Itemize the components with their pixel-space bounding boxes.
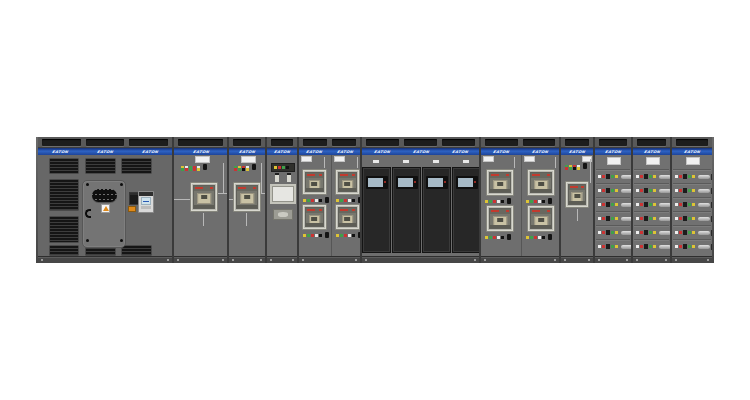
breaker-bottom-strip xyxy=(490,225,510,228)
cabinet-door[interactable] xyxy=(362,167,391,253)
hmi-screen[interactable] xyxy=(428,178,443,187)
circuit-breaker[interactable] xyxy=(302,169,327,195)
circuit-breaker[interactable] xyxy=(527,205,555,232)
cabinet-door[interactable] xyxy=(82,180,126,248)
breaker-bottom-strip xyxy=(306,223,323,226)
hmi-screen[interactable] xyxy=(368,178,383,187)
indicator-led-white xyxy=(315,199,318,202)
indicator-led-red xyxy=(193,168,196,171)
roof-panel xyxy=(637,139,666,146)
feeder-unit xyxy=(596,183,630,197)
breaker-handle[interactable] xyxy=(698,217,710,221)
indicator-led-white xyxy=(348,199,351,202)
roof-panel xyxy=(366,139,399,146)
control-toggle[interactable] xyxy=(325,197,329,203)
breaker-handle[interactable] xyxy=(621,231,631,235)
control-toggle[interactable] xyxy=(325,232,329,238)
door-bolt xyxy=(86,183,89,186)
feeder-unit xyxy=(673,183,711,197)
cabinet-front xyxy=(481,155,559,256)
breaker-handle[interactable] xyxy=(621,245,631,249)
circuit-breaker[interactable] xyxy=(190,182,218,212)
roof-panel xyxy=(129,139,168,146)
breaker-sub-column xyxy=(521,155,559,256)
circuit-breaker[interactable] xyxy=(233,182,261,212)
power-meter[interactable] xyxy=(138,191,154,213)
indicator-led-red xyxy=(602,175,605,178)
indicator-led-yellow xyxy=(615,203,618,206)
cabinet-door[interactable] xyxy=(452,167,479,253)
indicator-led-red xyxy=(534,236,537,239)
control-toggle[interactable] xyxy=(583,163,587,169)
circuit-breaker[interactable] xyxy=(302,204,327,230)
base-kickplate xyxy=(229,256,265,263)
breaker-handle[interactable] xyxy=(698,203,710,207)
control-toggle[interactable] xyxy=(203,164,207,170)
door-handle-icon[interactable] xyxy=(85,209,91,218)
breaker-module xyxy=(644,244,648,249)
indicator-led-green xyxy=(489,236,492,239)
breaker-handle[interactable] xyxy=(698,231,710,235)
unit-tag xyxy=(636,203,639,206)
breaker-handle[interactable] xyxy=(659,203,670,207)
indicator-led-yellow xyxy=(692,245,695,248)
circuit-breaker[interactable] xyxy=(565,181,589,208)
breaker-bottom-strip xyxy=(339,223,356,226)
feeder-breaker-group-2: EATONEATON xyxy=(479,137,559,263)
pt-drawer[interactable] xyxy=(270,184,296,204)
breaker-handle[interactable] xyxy=(659,245,670,249)
breaker-bottom-strip xyxy=(237,205,257,208)
hmi-screen[interactable] xyxy=(398,178,413,187)
control-toggle[interactable] xyxy=(507,234,511,240)
breaker-handle[interactable] xyxy=(621,189,631,193)
indicator-led-green xyxy=(569,167,572,170)
control-toggle[interactable] xyxy=(507,198,511,204)
indicator-led-red xyxy=(234,168,237,171)
indicator-led-red xyxy=(602,231,605,234)
circuit-breaker[interactable] xyxy=(486,169,514,196)
indicator-led-row xyxy=(181,168,200,171)
control-toggle[interactable] xyxy=(548,198,552,204)
circuit-breaker[interactable] xyxy=(335,204,360,230)
brand-band: EATONEATON xyxy=(481,148,559,155)
breaker-handle[interactable] xyxy=(659,189,670,193)
ventilation-louver xyxy=(85,158,116,174)
breaker-handle[interactable] xyxy=(698,189,710,193)
roof-panel xyxy=(676,139,708,146)
hmi-screen[interactable] xyxy=(458,178,473,187)
metering-pt-bay: EATON xyxy=(265,137,297,263)
control-toggle[interactable] xyxy=(548,234,552,240)
mimic-line xyxy=(324,157,325,168)
indicator-led-yellow xyxy=(274,166,277,169)
brand-band: EATON xyxy=(561,148,593,155)
roof-panel xyxy=(485,139,518,146)
breaker-red-marking xyxy=(532,174,540,176)
breaker-handle[interactable] xyxy=(659,217,670,221)
breaker-handle[interactable] xyxy=(621,203,631,207)
breaker-handle[interactable] xyxy=(621,217,631,221)
indicator-led-yellow xyxy=(692,203,695,206)
circuit-breaker[interactable] xyxy=(335,169,360,195)
unit-tag xyxy=(598,175,601,178)
brand-band: EATON xyxy=(229,148,265,155)
indicator-led-white xyxy=(538,200,541,203)
breaker-handle[interactable] xyxy=(698,175,710,179)
breaker-handle[interactable] xyxy=(698,245,710,249)
control-toggle[interactable] xyxy=(252,164,256,170)
meter-display xyxy=(141,197,151,205)
cabinet-door[interactable] xyxy=(422,167,451,253)
indicator-led-red xyxy=(311,199,314,202)
indicator-led-row xyxy=(274,166,289,169)
circuit-breaker[interactable] xyxy=(527,169,555,196)
cabinet-door[interactable] xyxy=(392,167,421,253)
circuit-breaker[interactable] xyxy=(486,205,514,232)
indicator-led-black xyxy=(319,234,322,237)
breaker-handle[interactable] xyxy=(659,175,670,179)
roof-trim xyxy=(481,137,559,148)
breaker-handle[interactable] xyxy=(659,231,670,235)
breaker-red-marking xyxy=(210,187,213,189)
breaker-rating-label xyxy=(197,193,211,204)
brand-logo: EATON xyxy=(274,150,291,154)
bus-connector xyxy=(287,173,291,182)
breaker-handle[interactable] xyxy=(621,175,631,179)
